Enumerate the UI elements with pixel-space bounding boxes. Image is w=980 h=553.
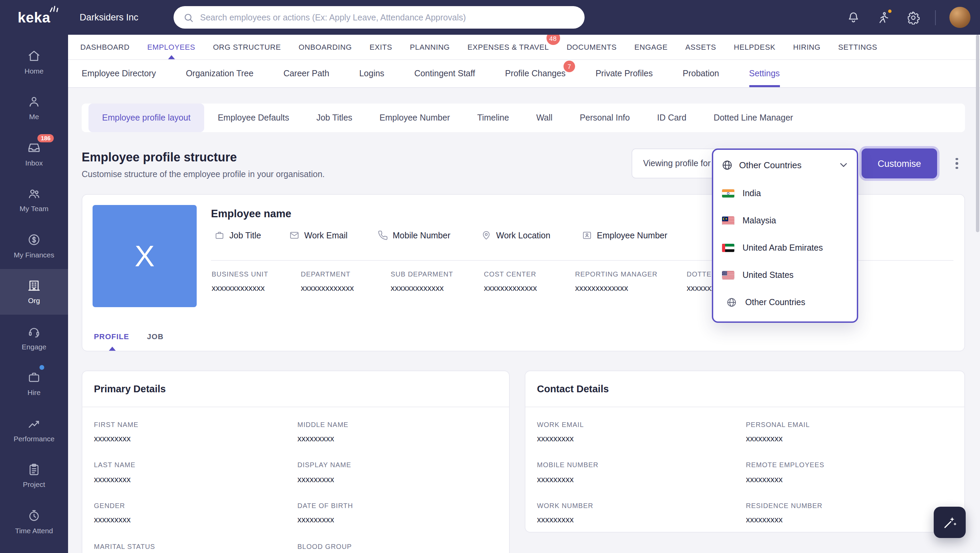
mainnav-assets[interactable]: ASSETS xyxy=(685,35,716,59)
topbar-actions xyxy=(845,0,970,35)
subnav-probation[interactable]: Probation xyxy=(682,60,719,87)
subnav-label: Contingent Staff xyxy=(414,69,475,78)
field-label: PERSONAL EMAIL xyxy=(746,421,810,429)
tab-timeline[interactable]: Timeline xyxy=(463,104,523,132)
keka-logo[interactable]: keka xyxy=(0,0,68,35)
sidebar-item-label: Org xyxy=(28,296,40,305)
notification-dot xyxy=(888,8,892,13)
more-options-kebab-button[interactable] xyxy=(950,155,964,172)
quick-field-label: Employee Number xyxy=(597,231,667,240)
sidebar-item-home[interactable]: Home xyxy=(0,39,68,85)
card-title: Primary Details xyxy=(82,371,509,407)
subnav-contingent-staff[interactable]: Contingent Staff xyxy=(414,60,475,87)
country-option-india[interactable]: India xyxy=(713,180,857,207)
briefcase-icon xyxy=(27,371,41,384)
tab-dotted-line-manager[interactable]: Dotted Line Manager xyxy=(700,104,807,132)
tab-label: Employee Number xyxy=(379,113,450,123)
quick-field-mobile-number: Mobile Number xyxy=(378,230,450,241)
sidebar-item-inbox[interactable]: Inbox 186 xyxy=(0,131,68,177)
sidebar-item-time-attend[interactable]: Time Attend xyxy=(0,499,68,545)
country-option-malaysia[interactable]: Malaysia xyxy=(713,207,857,234)
country-option-uae[interactable]: United Arab Emirates xyxy=(713,234,857,261)
user-avatar[interactable] xyxy=(950,7,970,28)
active-profile-tab-triangle xyxy=(109,347,116,351)
topbar: keka Darksiders Inc xyxy=(0,0,980,35)
topbar-divider xyxy=(935,10,936,25)
bell-icon xyxy=(846,11,860,24)
sidebar-item-org[interactable]: Org xyxy=(0,269,68,315)
uae-flag-icon xyxy=(722,244,734,252)
subnav-label: Private Profiles xyxy=(595,69,653,78)
tab-job-titles[interactable]: Job Titles xyxy=(303,104,366,132)
tab-label: Dotted Line Manager xyxy=(714,113,793,123)
tab-personal-info[interactable]: Personal Info xyxy=(566,104,643,132)
tab-employee-number[interactable]: Employee Number xyxy=(366,104,463,132)
mainnav-org-structure[interactable]: ORG STRUCTURE xyxy=(213,35,281,59)
country-option-label: India xyxy=(743,189,761,198)
mainnav-hiring[interactable]: HIRING xyxy=(793,35,821,59)
sidebar: Home Me Inbox 186 My Team My Finances xyxy=(0,35,68,553)
profile-card-tab-profile[interactable]: PROFILE xyxy=(94,332,129,341)
mainnav-label: EXITS xyxy=(369,43,392,51)
search-input[interactable] xyxy=(200,13,575,22)
settings-gear-button[interactable] xyxy=(905,9,921,25)
selected-country-label: Other Countries xyxy=(739,160,802,170)
mainnav-expenses-travel[interactable]: EXPENSES & TRAVEL48 xyxy=(468,35,549,59)
column-label: DEPARTMENT xyxy=(301,270,350,278)
subnav-career-path[interactable]: Career Path xyxy=(283,60,329,87)
mainnav-helpdesk[interactable]: HELPDESK xyxy=(734,35,775,59)
ai-assistant-fab[interactable] xyxy=(934,507,966,538)
mainnav-documents[interactable]: DOCUMENTS xyxy=(566,35,617,59)
subnav-label: Employee Directory xyxy=(82,69,156,78)
page-title: Employee profile structure xyxy=(82,150,237,165)
notifications-bell-button[interactable] xyxy=(845,9,862,25)
subnav-logins[interactable]: Logins xyxy=(360,60,385,87)
clipboard-icon xyxy=(27,463,41,477)
subnav-employee-directory[interactable]: Employee Directory xyxy=(82,60,156,87)
customise-button[interactable]: Customise xyxy=(862,148,937,178)
initiatives-button[interactable] xyxy=(875,9,891,25)
tab-label: Wall xyxy=(536,113,553,123)
mainnav-exits[interactable]: EXITS xyxy=(369,35,392,59)
field-value: xxxxxxxxx xyxy=(94,475,130,484)
sidebar-item-performance[interactable]: Performance xyxy=(0,406,68,453)
profile-card-tab-job[interactable]: JOB xyxy=(147,332,164,341)
sidebar-item-engage[interactable]: Engage xyxy=(0,315,68,360)
sidebar-item-my-team[interactable]: My Team xyxy=(0,177,68,223)
country-option-other-countries[interactable]: Other Countries xyxy=(713,289,857,316)
mainnav-planning[interactable]: PLANNING xyxy=(410,35,450,59)
column-label: BUSINESS UNIT xyxy=(212,270,268,278)
quick-field-employee-number: Employee Number xyxy=(582,230,667,241)
mainnav-settings[interactable]: SETTINGS xyxy=(838,35,877,59)
india-flag-icon xyxy=(722,189,734,198)
search-bar[interactable] xyxy=(173,6,585,29)
mainnav-engage[interactable]: ENGAGE xyxy=(634,35,668,59)
field-label: WORK NUMBER xyxy=(537,502,593,509)
tab-employee-defaults[interactable]: Employee Defaults xyxy=(204,104,303,132)
tab-employee-profile-layout[interactable]: Employee profile layout xyxy=(89,104,204,132)
tab-wall[interactable]: Wall xyxy=(523,104,566,132)
subnav-label: Profile Changes xyxy=(505,69,566,78)
mainnav-employees[interactable]: EMPLOYEES xyxy=(147,35,195,59)
mainnav-label: ORG STRUCTURE xyxy=(213,43,281,51)
mainnav-onboarding[interactable]: ONBOARDING xyxy=(299,35,352,59)
scrollbar-thumb[interactable] xyxy=(976,35,979,232)
tab-id-card[interactable]: ID Card xyxy=(643,104,700,132)
country-option-label: United Arab Emirates xyxy=(743,243,823,253)
sidebar-item-label: My Finances xyxy=(14,251,54,259)
subnav-private-profiles[interactable]: Private Profiles xyxy=(595,60,653,87)
sidebar-item-project[interactable]: Project xyxy=(0,453,68,499)
field-label: MARITAL STATUS xyxy=(94,543,155,550)
sidebar-item-my-finances[interactable]: My Finances xyxy=(0,223,68,269)
field-value: xxxxxxxxx xyxy=(746,515,783,524)
field-value: xxxxxxxxx xyxy=(537,475,574,484)
subnav-settings[interactable]: Settings xyxy=(749,60,780,87)
country-dropdown-selected[interactable]: Other Countries xyxy=(713,150,857,180)
sidebar-item-me[interactable]: Me xyxy=(0,85,68,131)
mainnav-dashboard[interactable]: DASHBOARD xyxy=(80,35,130,59)
sidebar-item-hire[interactable]: Hire xyxy=(0,360,68,406)
subnav-organization-tree[interactable]: Organization Tree xyxy=(186,60,253,87)
subnav-profile-changes[interactable]: Profile Changes7 xyxy=(505,60,566,87)
country-option-united-states[interactable]: United States xyxy=(713,261,857,289)
quick-field-work-email: Work Email xyxy=(289,230,347,241)
